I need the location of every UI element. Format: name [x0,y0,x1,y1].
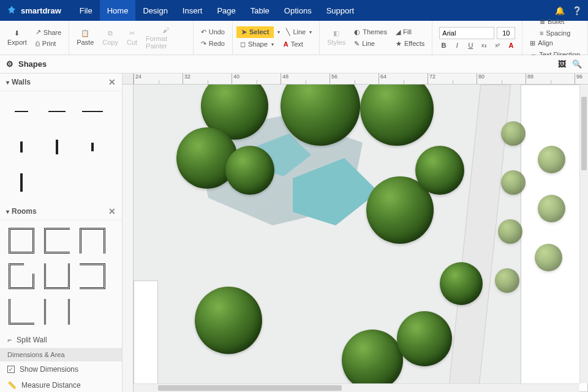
dimensions-header: Dimensions & Area [0,348,122,361]
rooms-grid [0,221,122,332]
select-button[interactable]: ➤Select [236,26,274,38]
split-wall-tool[interactable]: ⌐ Split Wall [0,332,122,348]
main-area: ▾ Walls ✕ ▾ Rooms ✕ [0,74,588,392]
wall-shape[interactable] [6,132,37,162]
chevron-down-icon: ▾ [6,79,9,86]
font-color-button[interactable]: A [506,42,516,49]
ruler-icon: 📏 [7,381,17,390]
ruler-tick [232,74,281,84]
fill-button[interactable]: ◢Fill [392,27,428,37]
notification-icon[interactable]: 🔔 [555,6,565,15]
show-dimensions-toggle[interactable]: ✓ Show Dimensions [0,361,122,377]
tab-design[interactable]: Design [135,0,175,21]
room-shape[interactable] [42,261,72,292]
scrollbar-thumb[interactable] [581,97,587,170]
image-icon[interactable]: 🖼 [558,59,566,69]
shape-icon: ◻ [240,40,246,48]
bullet-button[interactable]: ≣Bullet [536,17,574,27]
search-icon[interactable]: 🔍 [572,59,582,69]
wall-shape[interactable] [42,132,72,162]
wall-shape[interactable] [77,96,108,127]
copy-button[interactable]: ⧉ Copy [99,28,122,47]
superscript-button[interactable]: x² [492,42,502,48]
star-icon: ★ [396,40,402,48]
tab-support[interactable]: Support [319,0,362,21]
tab-insert[interactable]: Insert [175,0,210,21]
tab-file[interactable]: File [72,0,100,21]
line-style-button[interactable]: ✎Line [350,39,391,49]
room-shape[interactable] [6,261,37,292]
print-button[interactable]: ⎙Print [32,39,65,48]
wall-shape[interactable] [6,96,37,127]
wall-shape[interactable] [77,132,108,162]
ruler-vertical[interactable] [123,85,134,392]
scrollbar-vertical[interactable] [579,85,588,383]
styles-button[interactable]: ◧ Styles [323,28,349,47]
paste-button[interactable]: 📋 Paste [73,28,97,47]
line-label: Line [293,28,306,36]
close-icon[interactable]: ✕ [108,77,116,87]
align-button[interactable]: ⊞Align [526,38,584,48]
subscript-button[interactable]: x₂ [479,42,489,48]
themes-button[interactable]: ◐Themes [350,27,391,37]
share-label: Share [43,29,61,36]
measure-distance-label: Measure Distance [21,381,81,390]
font-name-input[interactable] [439,27,494,39]
format-painter-label: Format Painter [146,35,186,50]
effects-button[interactable]: ★Effects [392,39,428,49]
scrollbar-thumb[interactable] [158,385,342,391]
walls-grid [0,91,122,203]
shape-button[interactable]: ◻Shape▾ [236,39,277,50]
bold-button[interactable]: B [439,42,448,49]
section-walls[interactable]: ▾ Walls ✕ [0,74,122,91]
share-button[interactable]: ↗Share [32,27,65,37]
shape-label: Shape [248,40,268,48]
drawing-canvas[interactable] [134,85,588,392]
section-rooms[interactable]: ▾ Rooms ✕ [0,203,122,221]
tab-options[interactable]: Options [277,0,319,21]
tab-table[interactable]: Table [243,0,277,21]
paste-label: Paste [77,39,94,46]
spacing-button[interactable]: ≡Spacing [536,28,574,38]
italic-button[interactable]: I [452,42,462,49]
room-shape[interactable] [77,261,108,292]
ruler-tick [330,74,379,84]
shapes-panel-header: ⚙ Shapes 🖼 🔍 [0,55,588,74]
line-button[interactable]: ╲Line▾ [282,27,315,37]
font-size-input[interactable] [497,27,515,39]
ruler-tick [477,74,526,84]
app-logo[interactable]: smartdraw [6,5,61,16]
underline-button[interactable]: U [466,42,475,49]
tab-home[interactable]: Home [100,0,136,21]
close-icon[interactable]: ✕ [108,206,116,216]
format-painter-button[interactable]: 🖌 Format Painter [142,25,189,51]
text-button[interactable]: AText [280,39,307,49]
scrollbar-horizontal[interactable] [134,383,579,392]
share-icon: ↗ [36,28,41,36]
scissors-icon: ✂ [129,29,135,37]
wall-shape[interactable] [6,167,37,198]
chevron-down-icon[interactable]: ▾ [277,29,280,35]
redo-button[interactable]: ↷Redo [197,39,228,49]
redo-icon: ↷ [201,40,206,48]
copy-icon: ⧉ [108,29,113,37]
ruler-horizontal[interactable] [134,74,588,85]
room-shape[interactable] [42,296,72,327]
wall-shape[interactable] [42,96,72,127]
room-shape[interactable] [42,225,72,256]
measure-distance-tool[interactable]: 📏 Measure Distance [0,377,122,392]
themes-label: Themes [363,28,387,36]
help-icon[interactable]: ❔ [572,6,582,15]
export-button[interactable]: ⬇ Export [4,28,31,47]
redo-label: Redo [209,40,225,47]
room-shape[interactable] [77,225,108,256]
download-icon: ⬇ [14,29,20,37]
print-label: Print [42,40,56,47]
gear-icon[interactable]: ⚙ [6,59,13,69]
undo-button[interactable]: ↶Undo [197,27,228,37]
cut-button[interactable]: ✂ Cut [123,28,141,47]
room-shape[interactable] [6,296,37,327]
chevron-down-icon: ▾ [6,208,9,215]
tab-page[interactable]: Page [209,0,243,21]
room-shape[interactable] [6,225,37,256]
